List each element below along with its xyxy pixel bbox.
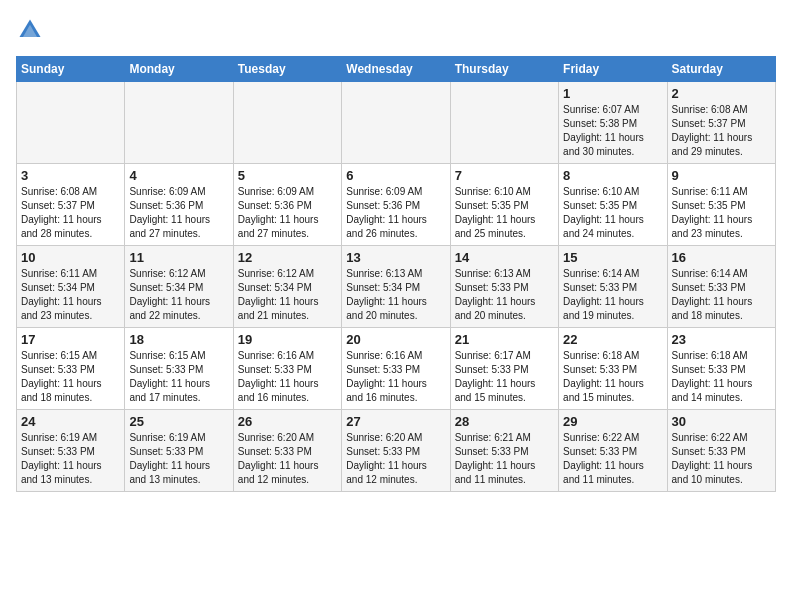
calendar-week-row: 24Sunrise: 6:19 AM Sunset: 5:33 PM Dayli…	[17, 410, 776, 492]
day-number: 17	[21, 332, 120, 347]
day-number: 4	[129, 168, 228, 183]
day-info: Sunrise: 6:15 AM Sunset: 5:33 PM Dayligh…	[21, 349, 120, 405]
day-number: 5	[238, 168, 337, 183]
day-info: Sunrise: 6:21 AM Sunset: 5:33 PM Dayligh…	[455, 431, 554, 487]
weekday-header: Friday	[559, 57, 667, 82]
calendar-day-cell	[342, 82, 450, 164]
day-number: 25	[129, 414, 228, 429]
calendar-header: SundayMondayTuesdayWednesdayThursdayFrid…	[17, 57, 776, 82]
calendar-day-cell: 4Sunrise: 6:09 AM Sunset: 5:36 PM Daylig…	[125, 164, 233, 246]
day-info: Sunrise: 6:10 AM Sunset: 5:35 PM Dayligh…	[455, 185, 554, 241]
calendar-week-row: 3Sunrise: 6:08 AM Sunset: 5:37 PM Daylig…	[17, 164, 776, 246]
logo	[16, 16, 48, 44]
day-number: 3	[21, 168, 120, 183]
day-info: Sunrise: 6:17 AM Sunset: 5:33 PM Dayligh…	[455, 349, 554, 405]
calendar-day-cell: 8Sunrise: 6:10 AM Sunset: 5:35 PM Daylig…	[559, 164, 667, 246]
calendar-week-row: 10Sunrise: 6:11 AM Sunset: 5:34 PM Dayli…	[17, 246, 776, 328]
calendar-day-cell	[450, 82, 558, 164]
calendar-day-cell	[17, 82, 125, 164]
day-number: 28	[455, 414, 554, 429]
day-info: Sunrise: 6:18 AM Sunset: 5:33 PM Dayligh…	[563, 349, 662, 405]
calendar: SundayMondayTuesdayWednesdayThursdayFrid…	[16, 56, 776, 492]
day-info: Sunrise: 6:12 AM Sunset: 5:34 PM Dayligh…	[129, 267, 228, 323]
calendar-week-row: 1Sunrise: 6:07 AM Sunset: 5:38 PM Daylig…	[17, 82, 776, 164]
day-info: Sunrise: 6:15 AM Sunset: 5:33 PM Dayligh…	[129, 349, 228, 405]
day-info: Sunrise: 6:16 AM Sunset: 5:33 PM Dayligh…	[346, 349, 445, 405]
day-number: 1	[563, 86, 662, 101]
weekday-header: Tuesday	[233, 57, 341, 82]
day-info: Sunrise: 6:11 AM Sunset: 5:34 PM Dayligh…	[21, 267, 120, 323]
day-info: Sunrise: 6:10 AM Sunset: 5:35 PM Dayligh…	[563, 185, 662, 241]
weekday-row: SundayMondayTuesdayWednesdayThursdayFrid…	[17, 57, 776, 82]
day-info: Sunrise: 6:14 AM Sunset: 5:33 PM Dayligh…	[563, 267, 662, 323]
day-info: Sunrise: 6:12 AM Sunset: 5:34 PM Dayligh…	[238, 267, 337, 323]
page: SundayMondayTuesdayWednesdayThursdayFrid…	[0, 0, 792, 502]
day-info: Sunrise: 6:13 AM Sunset: 5:33 PM Dayligh…	[455, 267, 554, 323]
day-info: Sunrise: 6:08 AM Sunset: 5:37 PM Dayligh…	[672, 103, 771, 159]
calendar-day-cell: 1Sunrise: 6:07 AM Sunset: 5:38 PM Daylig…	[559, 82, 667, 164]
day-number: 27	[346, 414, 445, 429]
weekday-header: Thursday	[450, 57, 558, 82]
calendar-day-cell: 19Sunrise: 6:16 AM Sunset: 5:33 PM Dayli…	[233, 328, 341, 410]
day-info: Sunrise: 6:22 AM Sunset: 5:33 PM Dayligh…	[563, 431, 662, 487]
calendar-day-cell: 2Sunrise: 6:08 AM Sunset: 5:37 PM Daylig…	[667, 82, 775, 164]
day-number: 14	[455, 250, 554, 265]
day-number: 22	[563, 332, 662, 347]
calendar-day-cell: 20Sunrise: 6:16 AM Sunset: 5:33 PM Dayli…	[342, 328, 450, 410]
calendar-day-cell: 9Sunrise: 6:11 AM Sunset: 5:35 PM Daylig…	[667, 164, 775, 246]
day-number: 29	[563, 414, 662, 429]
calendar-day-cell: 7Sunrise: 6:10 AM Sunset: 5:35 PM Daylig…	[450, 164, 558, 246]
day-number: 8	[563, 168, 662, 183]
day-info: Sunrise: 6:19 AM Sunset: 5:33 PM Dayligh…	[129, 431, 228, 487]
day-number: 11	[129, 250, 228, 265]
calendar-day-cell: 29Sunrise: 6:22 AM Sunset: 5:33 PM Dayli…	[559, 410, 667, 492]
day-number: 6	[346, 168, 445, 183]
day-info: Sunrise: 6:14 AM Sunset: 5:33 PM Dayligh…	[672, 267, 771, 323]
day-info: Sunrise: 6:09 AM Sunset: 5:36 PM Dayligh…	[129, 185, 228, 241]
day-number: 19	[238, 332, 337, 347]
day-info: Sunrise: 6:09 AM Sunset: 5:36 PM Dayligh…	[238, 185, 337, 241]
calendar-day-cell: 10Sunrise: 6:11 AM Sunset: 5:34 PM Dayli…	[17, 246, 125, 328]
day-info: Sunrise: 6:09 AM Sunset: 5:36 PM Dayligh…	[346, 185, 445, 241]
calendar-day-cell: 28Sunrise: 6:21 AM Sunset: 5:33 PM Dayli…	[450, 410, 558, 492]
header	[16, 16, 776, 44]
calendar-week-row: 17Sunrise: 6:15 AM Sunset: 5:33 PM Dayli…	[17, 328, 776, 410]
calendar-day-cell	[125, 82, 233, 164]
day-info: Sunrise: 6:20 AM Sunset: 5:33 PM Dayligh…	[346, 431, 445, 487]
calendar-day-cell: 16Sunrise: 6:14 AM Sunset: 5:33 PM Dayli…	[667, 246, 775, 328]
day-number: 21	[455, 332, 554, 347]
calendar-day-cell: 24Sunrise: 6:19 AM Sunset: 5:33 PM Dayli…	[17, 410, 125, 492]
calendar-day-cell: 15Sunrise: 6:14 AM Sunset: 5:33 PM Dayli…	[559, 246, 667, 328]
day-number: 2	[672, 86, 771, 101]
day-number: 26	[238, 414, 337, 429]
day-number: 7	[455, 168, 554, 183]
day-info: Sunrise: 6:22 AM Sunset: 5:33 PM Dayligh…	[672, 431, 771, 487]
day-number: 30	[672, 414, 771, 429]
day-info: Sunrise: 6:13 AM Sunset: 5:34 PM Dayligh…	[346, 267, 445, 323]
calendar-day-cell: 14Sunrise: 6:13 AM Sunset: 5:33 PM Dayli…	[450, 246, 558, 328]
calendar-day-cell: 5Sunrise: 6:09 AM Sunset: 5:36 PM Daylig…	[233, 164, 341, 246]
day-number: 15	[563, 250, 662, 265]
calendar-day-cell: 23Sunrise: 6:18 AM Sunset: 5:33 PM Dayli…	[667, 328, 775, 410]
calendar-day-cell: 18Sunrise: 6:15 AM Sunset: 5:33 PM Dayli…	[125, 328, 233, 410]
calendar-day-cell: 3Sunrise: 6:08 AM Sunset: 5:37 PM Daylig…	[17, 164, 125, 246]
calendar-day-cell: 21Sunrise: 6:17 AM Sunset: 5:33 PM Dayli…	[450, 328, 558, 410]
day-info: Sunrise: 6:16 AM Sunset: 5:33 PM Dayligh…	[238, 349, 337, 405]
calendar-day-cell: 26Sunrise: 6:20 AM Sunset: 5:33 PM Dayli…	[233, 410, 341, 492]
calendar-day-cell: 12Sunrise: 6:12 AM Sunset: 5:34 PM Dayli…	[233, 246, 341, 328]
weekday-header: Monday	[125, 57, 233, 82]
weekday-header: Sunday	[17, 57, 125, 82]
weekday-header: Wednesday	[342, 57, 450, 82]
day-info: Sunrise: 6:07 AM Sunset: 5:38 PM Dayligh…	[563, 103, 662, 159]
logo-icon	[16, 16, 44, 44]
weekday-header: Saturday	[667, 57, 775, 82]
calendar-day-cell: 27Sunrise: 6:20 AM Sunset: 5:33 PM Dayli…	[342, 410, 450, 492]
day-number: 9	[672, 168, 771, 183]
calendar-day-cell: 25Sunrise: 6:19 AM Sunset: 5:33 PM Dayli…	[125, 410, 233, 492]
day-number: 20	[346, 332, 445, 347]
day-number: 16	[672, 250, 771, 265]
calendar-day-cell	[233, 82, 341, 164]
day-info: Sunrise: 6:20 AM Sunset: 5:33 PM Dayligh…	[238, 431, 337, 487]
day-info: Sunrise: 6:18 AM Sunset: 5:33 PM Dayligh…	[672, 349, 771, 405]
day-number: 13	[346, 250, 445, 265]
